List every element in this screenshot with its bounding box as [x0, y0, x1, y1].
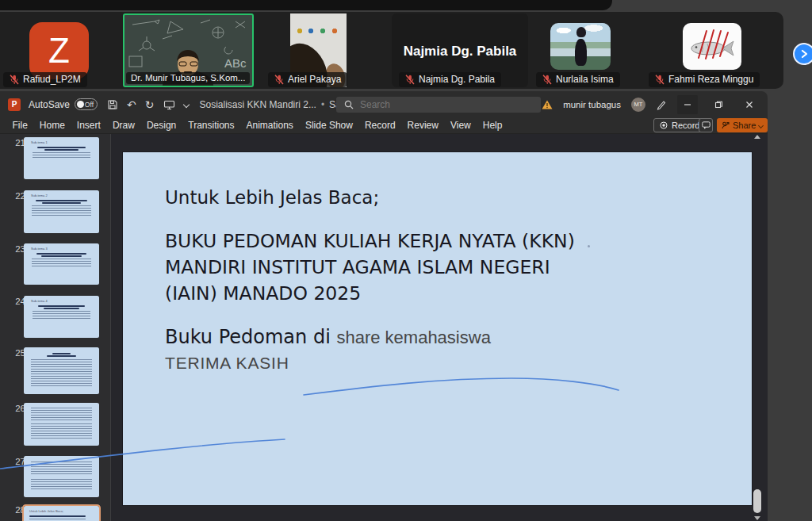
participant-video-munir[interactable]: ABc Dr. Munir Tubagus, S.Kom... [123, 13, 254, 87]
share-icon [722, 121, 730, 129]
powerpoint-logo-icon: P [8, 98, 21, 111]
slide-number: 25 [5, 348, 25, 358]
screen: Z Rafiud_LP2M ABc [0, 0, 812, 521]
tab-design[interactable]: Design [140, 120, 182, 131]
tab-insert[interactable]: Insert [71, 120, 106, 131]
slide-body-paragraph: BUKU PEDOMAN KULIAH KERJA NYATA (KKN) MA… [165, 228, 575, 307]
next-participants-button[interactable] [793, 43, 812, 65]
tab-file[interactable]: File [6, 120, 33, 131]
tab-animations[interactable]: Animations [240, 120, 299, 131]
tab-record[interactable]: Record [358, 120, 401, 131]
collapse-ribbon-icon[interactable] [754, 135, 760, 139]
slide-heading: Untuk Lebih Jelas Baca; [165, 187, 379, 208]
comment-icon [702, 121, 710, 129]
warning-icon [542, 100, 553, 109]
background-logos [297, 28, 341, 34]
muted-mic-icon [405, 75, 415, 85]
slide-number: 23 [5, 244, 25, 254]
chalkboard-abc-text: ABc [224, 56, 247, 70]
slide-thumbnail-27[interactable] [24, 456, 99, 497]
search-icon [344, 100, 354, 109]
comments-button[interactable] [699, 118, 713, 132]
quick-access-toolbar: ↶ ↻ [107, 99, 188, 110]
participant-name-label: Dr. Munir Tubagus, S.Kom... [126, 72, 250, 84]
chevron-right-icon [799, 48, 810, 59]
workspace: 21 Sub-tema 1 22 Sub-tema 2 23 Sub-tema … [0, 134, 768, 521]
pen-tools-icon[interactable] [656, 99, 667, 110]
search-box[interactable] [336, 97, 541, 113]
slide-number: 27 [5, 457, 25, 466]
slide-number: 24 [5, 297, 25, 306]
slide-thumbnail-panel[interactable]: 21 Sub-tema 1 22 Sub-tema 2 23 Sub-tema … [0, 134, 111, 521]
slide-share-line: Buku Pedoman di share kemahasiswa [165, 326, 491, 348]
tab-review[interactable]: Review [401, 120, 444, 131]
slide-thumbnail-21[interactable]: Sub-tema 1 [24, 137, 99, 179]
titlebar: P AutoSave Off ↶ ↻ Sosialisasi KKN Mandi… [0, 91, 768, 117]
close-button[interactable] [739, 95, 760, 114]
slide-number: 26 [5, 404, 25, 413]
toggle-knob [77, 101, 84, 108]
slide-thumbnail-26[interactable] [24, 403, 99, 446]
participant-name-label: Rafiud_LP2M [3, 72, 87, 87]
ribbon-menu: File Home Insert Draw Design Transitions… [0, 117, 768, 134]
muted-mic-icon [542, 75, 552, 85]
redo-icon[interactable]: ↻ [145, 99, 155, 110]
scroll-down-icon[interactable] [754, 516, 760, 520]
muted-mic-icon [655, 75, 665, 85]
share-button[interactable]: Share [717, 118, 768, 132]
tab-help[interactable]: Help [477, 120, 508, 131]
tab-home[interactable]: Home [33, 120, 71, 131]
more-commands-chevron-icon[interactable] [182, 101, 189, 107]
tab-slide-show[interactable]: Slide Show [299, 120, 358, 131]
account-name[interactable]: munir tubagus [563, 100, 621, 109]
powerpoint-window: P AutoSave Off ↶ ↻ Sosialisasi KKN Mandi… [0, 91, 768, 521]
account-avatar[interactable]: MT [631, 98, 645, 112]
autosave-toggle[interactable]: Off [75, 98, 98, 110]
fish-avatar-image [683, 23, 741, 70]
participant-name-label: Ariel Pakaya [268, 72, 347, 87]
slide-thumbnail-23[interactable]: Sub-tema 3 [24, 243, 99, 285]
avatar-letter: Z [48, 31, 70, 71]
tab-draw[interactable]: Draw [106, 120, 140, 131]
slide-thumbnail-28-selected[interactable]: Untuk Lebih Jelas Baca; [24, 506, 99, 521]
present-from-beginning-icon[interactable] [163, 99, 175, 110]
slide-thumbnail-24[interactable]: Sub-tema 4 [24, 296, 99, 338]
restore-button[interactable] [708, 95, 729, 114]
slide-number: 21 [5, 138, 25, 147]
search-input[interactable] [360, 99, 519, 110]
muted-mic-icon [274, 75, 284, 85]
zoom-window-top-bar [0, 0, 612, 10]
undo-icon[interactable]: ↶ [127, 99, 136, 110]
participant-strip: Z Rafiud_LP2M ABc [0, 12, 783, 89]
save-icon[interactable] [107, 99, 118, 110]
slide-canvas[interactable]: Untuk Lebih Jelas Baca; BUKU PEDOMAN KUL… [123, 152, 752, 505]
slide-number: 28 [5, 505, 25, 515]
minimize-button[interactable] [677, 95, 698, 114]
participant-name-label: Nurlaila Isima [536, 72, 620, 87]
tab-view[interactable]: View [444, 120, 477, 131]
participant-name-label: Fahmi Reza Minggu [649, 72, 760, 87]
participant-name-label: Najmia Dg. Pabila [399, 72, 501, 87]
chevron-down-icon [758, 122, 764, 128]
photo-person-silhouette [575, 39, 587, 66]
cursor-dot [588, 245, 590, 247]
participant-display-name: Najmia Dg. Pabila [392, 44, 528, 59]
slide-number: 22 [5, 191, 25, 201]
vertical-scrollbar-thumb[interactable] [753, 489, 761, 513]
muted-mic-icon [10, 75, 19, 85]
participant-avatar-fahmi[interactable] [683, 23, 741, 70]
slide-editing-canvas: Untuk Lebih Jelas Baca; BUKU PEDOMAN KUL… [111, 134, 768, 521]
participant-avatar-nurlaila[interactable] [550, 23, 611, 70]
autosave-label: AutoSave [29, 99, 70, 110]
slide-thanks-line: TERIMA KASIH [165, 354, 289, 373]
participant-avatar-rafiud[interactable]: Z [29, 22, 89, 79]
photo-child-silhouette [576, 27, 586, 37]
tab-transitions[interactable]: Transitions [182, 120, 240, 131]
titlebar-right-cluster: munir tubagus MT [542, 91, 760, 117]
slide-thumbnail-25[interactable] [24, 347, 99, 394]
slide-thumbnail-22[interactable]: Sub-tema 2 [24, 190, 99, 233]
record-dot-icon [660, 121, 668, 129]
